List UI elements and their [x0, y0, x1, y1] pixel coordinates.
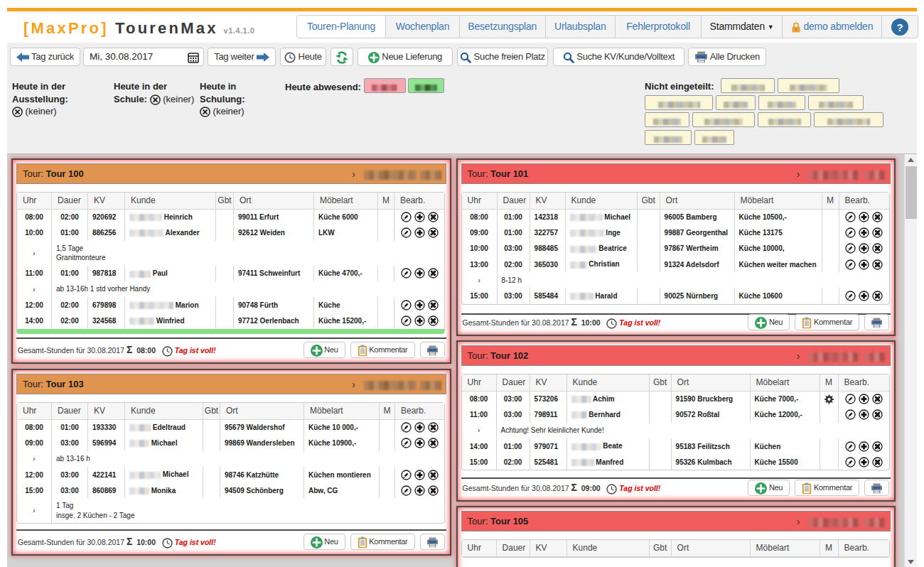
svg-text:?: ? — [897, 21, 903, 33]
